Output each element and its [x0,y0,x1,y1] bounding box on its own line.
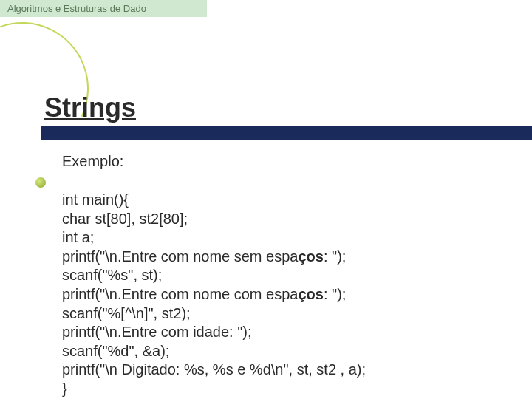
code-line: printf("\n.Entre com idade: "); [62,323,510,342]
code-frag-bold: ços [298,248,323,265]
slide-title: Strings [44,92,510,123]
course-header: Algoritmos e Estruturas de Dado [0,0,207,17]
code-frag: : "); [324,248,346,265]
code-line: printf("\n.Entre com nome sem espaços: "… [62,248,510,267]
code-line: printf("\n.Entre com nome com espaços: "… [62,285,510,304]
code-line: scanf("%[^\n]", st2); [62,304,510,324]
code-frag: printf("\n.Entre com nome com espa [62,286,298,302]
code-line: } [62,380,510,399]
code-line: printf("\n Digitado: %s, %s e %d\n", st,… [62,361,510,380]
slide-subtitle: Exemplo: [62,153,510,170]
code-frag-bold: ços [298,286,323,302]
code-line: int main(){ [62,191,510,210]
title-underline-bar [41,126,532,140]
course-title: Algoritmos e Estruturas de Dado [7,3,146,14]
code-line: scanf("%d", &a); [62,342,510,361]
code-line: char st[80], st2[80]; [62,210,510,229]
slide-content: Strings Exemplo: int main(){ char st[80]… [44,92,510,399]
code-line: int a; [62,228,510,248]
code-frag: printf("\n.Entre com nome sem espa [62,248,298,265]
code-block: int main(){ char st[80], st2[80]; int a;… [62,191,510,399]
code-line: scanf("%s", st); [62,266,510,285]
code-frag: : "); [324,286,346,302]
